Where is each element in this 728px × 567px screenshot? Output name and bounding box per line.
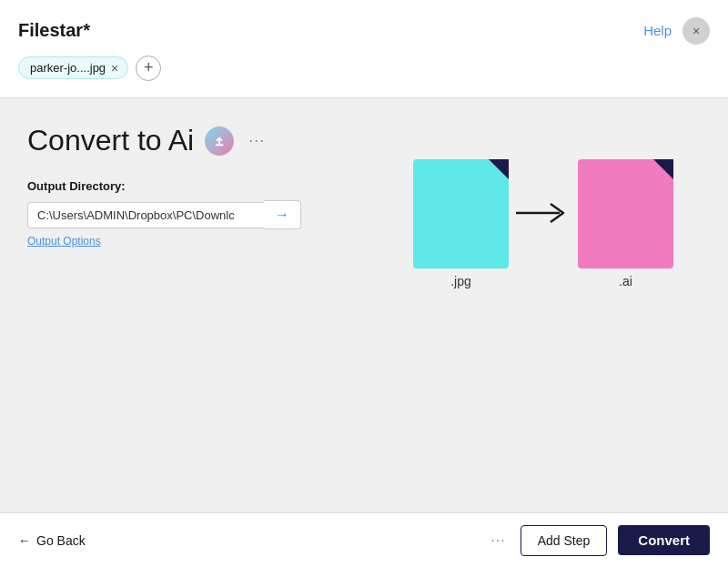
close-button[interactable]: × (682, 17, 710, 45)
source-file-icon: .jpg (413, 159, 509, 289)
go-back-button[interactable]: ← Go Back (18, 533, 86, 548)
more-options-button[interactable]: ··· (245, 129, 268, 152)
upload-badge[interactable] (205, 127, 234, 156)
header: Filestar* Help × parker-jo....jpg × + (0, 0, 728, 98)
target-file-body (578, 159, 673, 268)
conversion-arrow (516, 200, 571, 226)
go-back-arrow-icon: ← (18, 533, 31, 548)
file-tabs: parker-jo....jpg × + (18, 56, 710, 81)
add-step-button[interactable]: Add Step (521, 525, 608, 556)
help-button[interactable]: Help (643, 23, 672, 38)
convert-button[interactable]: Convert (618, 525, 710, 555)
upload-icon (213, 135, 226, 147)
file-tab-remove[interactable]: × (111, 62, 118, 75)
footer: ← Go Back ··· Add Step Convert (0, 512, 728, 567)
add-file-button[interactable]: + (136, 56, 161, 81)
arrow-icon (516, 200, 571, 226)
footer-dots-button[interactable]: ··· (487, 531, 509, 551)
header-actions: Help × (643, 17, 710, 45)
header-top: Filestar* Help × (18, 17, 710, 45)
page-title: Convert to Ai (27, 124, 194, 157)
output-options-link[interactable]: Output Options (27, 235, 101, 248)
app-title: Filestar* (18, 20, 90, 41)
page-header: Convert to Ai ··· (27, 124, 701, 157)
source-file-label: .jpg (450, 274, 471, 289)
file-tab-name: parker-jo....jpg (30, 61, 106, 75)
target-file-label: .ai (619, 274, 632, 289)
target-file-icon: .ai (578, 159, 673, 289)
file-tab[interactable]: parker-jo....jpg × (18, 56, 128, 79)
conversion-illustration: .jpg .ai (413, 159, 673, 289)
output-path-input[interactable] (27, 202, 264, 228)
go-back-label: Go Back (36, 533, 86, 548)
footer-right: ··· Add Step Convert (487, 525, 710, 556)
target-file-corner (653, 159, 673, 179)
source-file-body (413, 159, 509, 268)
source-file-corner (489, 159, 509, 179)
browse-button[interactable]: → (264, 200, 301, 229)
output-input-row: → (27, 200, 309, 229)
